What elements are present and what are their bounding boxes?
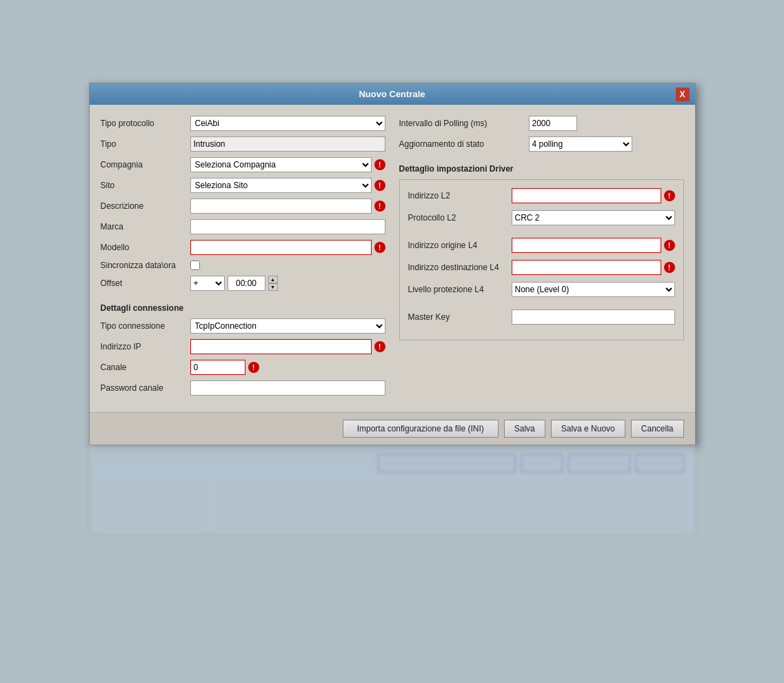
canale-error-icon: ! — [248, 362, 259, 373]
indirizzo-dest-row: Indirizzo destinazione L4 ! — [408, 260, 675, 275]
indirizzo-origine-input[interactable] — [512, 238, 661, 253]
master-key-label: Master Key — [408, 312, 512, 322]
tipo-protocollo-label: Tipo protocollo — [101, 119, 190, 128]
offset-down-button[interactable]: ▼ — [268, 283, 278, 291]
below-content — [90, 480, 695, 535]
dettagli-section-title: Dettagli connessione — [101, 303, 385, 313]
driver-panel: Indirizzo L2 ! Protocollo L2 CRC 1 CRC 2… — [399, 179, 684, 340]
sito-error-icon: ! — [374, 180, 385, 191]
tipo-connessione-select[interactable]: TcpIpConnection — [190, 318, 385, 334]
aggiornamento-row: Aggiornamento di stato 1 polling 2 polli… — [399, 136, 684, 152]
close-button[interactable]: X — [676, 88, 690, 101]
canale-row: Canale ! — [101, 360, 385, 375]
polling-row: Intervallo di Polling (ms) — [399, 116, 684, 131]
tipo-input[interactable] — [190, 136, 385, 152]
tipo-row: Tipo — [101, 136, 385, 152]
indirizzo-origine-row: Indirizzo origine L4 ! — [408, 238, 675, 253]
sincronizza-row: Sincronizza data\ora — [101, 261, 385, 270]
below-dialog — [89, 445, 696, 535]
offset-row: Offset + - ▲ ▼ — [101, 276, 385, 291]
protocollo-l2-select[interactable]: CRC 1 CRC 2 CRC 3 — [512, 210, 675, 225]
offset-controls: + - ▲ ▼ — [190, 276, 278, 291]
indirizzo-origine-label: Indirizzo origine L4 — [408, 241, 512, 250]
main-content: Tipo protocollo CeiAbi Tipo Compagnia — [101, 116, 684, 401]
title-bar: Nuovo Centrale X — [90, 83, 695, 105]
indirizzo-l2-error-icon: ! — [664, 190, 675, 201]
tipo-protocollo-row: Tipo protocollo CeiAbi — [101, 116, 385, 131]
salva-nuovo-button[interactable]: Salva e Nuovo — [551, 420, 625, 438]
password-input[interactable] — [190, 380, 385, 396]
marca-row: Marca — [101, 219, 385, 234]
protocollo-l2-label: Protocollo L2 — [408, 213, 512, 223]
sito-label: Sito — [101, 181, 190, 190]
tipo-label: Tipo — [101, 139, 190, 149]
footer-buttons: Importa configurazione da file (INI) Sal… — [90, 412, 695, 445]
livello-protezione-select[interactable]: None (Level 0) Level 1 Level 2 — [512, 282, 675, 297]
modello-input[interactable] — [190, 240, 372, 255]
offset-up-button[interactable]: ▲ — [268, 276, 278, 283]
canale-label: Canale — [101, 363, 190, 372]
indirizzo-ip-input[interactable] — [190, 339, 372, 354]
modello-label: Modello — [101, 243, 190, 252]
polling-input[interactable] — [529, 116, 577, 131]
below-left-area — [101, 487, 204, 529]
compagnia-row: Compagnia Seleziona Compagnia ! — [101, 157, 385, 172]
polling-label: Intervallo di Polling (ms) — [399, 119, 523, 128]
aggiornamento-label: Aggiornamento di stato — [399, 139, 523, 149]
marca-label: Marca — [101, 222, 190, 232]
descrizione-row: Descrizione ! — [101, 198, 385, 214]
marca-input[interactable] — [190, 219, 385, 234]
compagnia-select[interactable]: Seleziona Compagnia — [190, 157, 372, 172]
indirizzo-l2-row: Indirizzo L2 ! — [408, 188, 675, 203]
indirizzo-ip-label: Indirizzo IP — [101, 342, 190, 351]
sito-row: Sito Seleziona Sito ! — [101, 178, 385, 193]
indirizzo-dest-input[interactable] — [512, 260, 661, 275]
indirizzo-origine-error-icon: ! — [664, 240, 675, 251]
offset-sign-select[interactable]: + - — [190, 276, 225, 291]
right-panel: Intervallo di Polling (ms) Aggiornamento… — [399, 116, 684, 401]
salva-button[interactable]: Salva — [504, 420, 545, 438]
compagnia-label: Compagnia — [101, 160, 190, 170]
livello-protezione-label: Livello protezione L4 — [408, 285, 512, 294]
password-label: Password canale — [101, 383, 190, 393]
sincronizza-label: Sincronizza data\ora — [101, 261, 190, 270]
below-buttons-row — [90, 446, 695, 480]
driver-section-title: Dettaglio impostazioni Driver — [399, 164, 684, 174]
below-right-area — [218, 487, 684, 529]
tipo-protocollo-select[interactable]: CeiAbi — [190, 116, 385, 131]
indirizzo-ip-error-icon: ! — [374, 341, 385, 352]
modello-row: Modello ! — [101, 240, 385, 255]
cancella-button[interactable]: Cancella — [631, 420, 684, 438]
main-dialog: Nuovo Centrale X Tipo protocollo CeiAbi — [89, 83, 696, 445]
canale-input[interactable] — [190, 360, 245, 375]
indirizzo-dest-error-icon: ! — [664, 262, 675, 273]
left-panel: Tipo protocollo CeiAbi Tipo Compagnia — [101, 116, 385, 401]
descrizione-input[interactable] — [190, 198, 372, 214]
dialog-body: Tipo protocollo CeiAbi Tipo Compagnia — [90, 105, 695, 412]
descrizione-label: Descrizione — [101, 201, 190, 211]
modello-error-icon: ! — [374, 242, 385, 253]
sincronizza-checkbox[interactable] — [190, 261, 200, 270]
below-cancella-btn — [636, 454, 684, 472]
indirizzo-dest-label: Indirizzo destinazione L4 — [408, 263, 512, 272]
below-import-btn — [378, 454, 516, 472]
indirizzo-l2-input[interactable] — [512, 188, 661, 203]
indirizzo-l2-label: Indirizzo L2 — [408, 191, 512, 201]
sito-select[interactable]: Seleziona Sito — [190, 178, 372, 193]
aggiornamento-select[interactable]: 1 polling 2 polling 4 polling 8 polling — [529, 136, 632, 152]
password-row: Password canale — [101, 380, 385, 396]
offset-label: Offset — [101, 278, 190, 288]
below-salva-nuovo-btn — [568, 454, 630, 472]
descrizione-error-icon: ! — [374, 201, 385, 212]
below-salva-btn — [521, 454, 563, 472]
master-key-input[interactable] — [512, 309, 675, 325]
tipo-connessione-label: Tipo connessione — [101, 321, 190, 331]
offset-time-input[interactable] — [228, 276, 265, 291]
livello-protezione-row: Livello protezione L4 None (Level 0) Lev… — [408, 282, 675, 297]
dialog-title: Nuovo Centrale — [359, 89, 425, 99]
protocollo-l2-row: Protocollo L2 CRC 1 CRC 2 CRC 3 — [408, 210, 675, 225]
compagnia-error-icon: ! — [374, 159, 385, 170]
import-button[interactable]: Importa configurazione da file (INI) — [343, 420, 499, 438]
indirizzo-ip-row: Indirizzo IP ! — [101, 339, 385, 354]
offset-spinner: ▲ ▼ — [268, 276, 278, 291]
